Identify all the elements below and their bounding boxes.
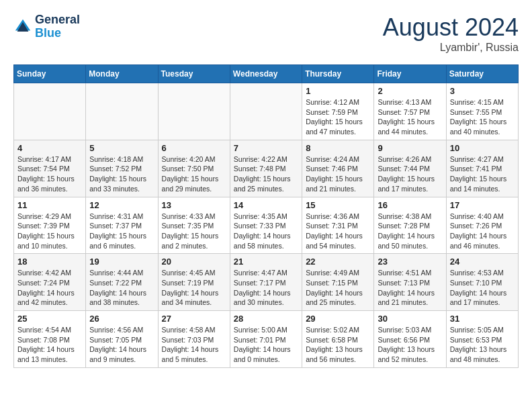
calendar-cell: 9Sunrise: 4:26 AM Sunset: 7:44 PM Daylig… (374, 140, 446, 197)
calendar-week-3: 11Sunrise: 4:29 AM Sunset: 7:39 PM Dayli… (14, 197, 519, 254)
day-content: Sunrise: 4:20 AM Sunset: 7:50 PM Dayligh… (162, 154, 226, 194)
day-content: Sunrise: 4:45 AM Sunset: 7:19 PM Dayligh… (162, 268, 226, 308)
calendar-cell: 24Sunrise: 4:53 AM Sunset: 7:10 PM Dayli… (446, 254, 518, 311)
calendar-cell: 21Sunrise: 4:47 AM Sunset: 7:17 PM Dayli… (230, 254, 302, 311)
day-number: 5 (89, 143, 154, 153)
day-number: 16 (378, 200, 442, 210)
logo: GeneralBlue (13, 13, 80, 40)
day-number: 15 (306, 200, 370, 210)
day-content: Sunrise: 4:24 AM Sunset: 7:46 PM Dayligh… (306, 154, 370, 194)
day-content: Sunrise: 4:42 AM Sunset: 7:24 PM Dayligh… (17, 268, 82, 308)
calendar-header: SundayMondayTuesdayWednesdayThursdayFrid… (14, 65, 519, 83)
calendar-week-1: 1Sunrise: 4:12 AM Sunset: 7:59 PM Daylig… (14, 83, 519, 140)
day-content: Sunrise: 4:26 AM Sunset: 7:44 PM Dayligh… (378, 154, 442, 194)
day-content: Sunrise: 4:36 AM Sunset: 7:31 PM Dayligh… (306, 212, 370, 251)
calendar-cell: 6Sunrise: 4:20 AM Sunset: 7:50 PM Daylig… (158, 140, 230, 197)
calendar-cell: 7Sunrise: 4:22 AM Sunset: 7:48 PM Daylig… (230, 140, 302, 197)
day-content: Sunrise: 5:05 AM Sunset: 6:53 PM Dayligh… (450, 325, 515, 365)
calendar-cell (230, 83, 302, 140)
weekday-header-monday: Monday (86, 65, 158, 83)
day-content: Sunrise: 4:27 AM Sunset: 7:41 PM Dayligh… (450, 154, 515, 194)
calendar-cell: 29Sunrise: 5:02 AM Sunset: 6:58 PM Dayli… (302, 311, 374, 368)
calendar-week-5: 25Sunrise: 4:54 AM Sunset: 7:08 PM Dayli… (14, 311, 519, 368)
calendar-table: SundayMondayTuesdayWednesdayThursdayFrid… (13, 64, 519, 368)
calendar-cell: 10Sunrise: 4:27 AM Sunset: 7:41 PM Dayli… (446, 140, 518, 197)
day-content: Sunrise: 4:49 AM Sunset: 7:15 PM Dayligh… (306, 268, 370, 308)
day-content: Sunrise: 4:38 AM Sunset: 7:28 PM Dayligh… (378, 212, 442, 251)
calendar-cell: 22Sunrise: 4:49 AM Sunset: 7:15 PM Dayli… (302, 254, 374, 311)
calendar-cell: 19Sunrise: 4:44 AM Sunset: 7:22 PM Dayli… (86, 254, 158, 311)
weekday-row: SundayMondayTuesdayWednesdayThursdayFrid… (14, 65, 519, 83)
calendar-cell: 20Sunrise: 4:45 AM Sunset: 7:19 PM Dayli… (158, 254, 230, 311)
calendar-cell: 13Sunrise: 4:33 AM Sunset: 7:35 PM Dayli… (158, 197, 230, 254)
day-number: 10 (450, 143, 515, 153)
calendar-cell: 30Sunrise: 5:03 AM Sunset: 6:56 PM Dayli… (374, 311, 446, 368)
day-content: Sunrise: 4:56 AM Sunset: 7:05 PM Dayligh… (89, 325, 154, 365)
day-number: 17 (450, 200, 515, 210)
day-content: Sunrise: 4:33 AM Sunset: 7:35 PM Dayligh… (162, 212, 226, 251)
calendar-cell: 28Sunrise: 5:00 AM Sunset: 7:01 PM Dayli… (230, 311, 302, 368)
calendar-cell: 27Sunrise: 4:58 AM Sunset: 7:03 PM Dayli… (158, 311, 230, 368)
day-content: Sunrise: 4:13 AM Sunset: 7:57 PM Dayligh… (378, 97, 442, 137)
weekday-header-tuesday: Tuesday (158, 65, 230, 83)
day-content: Sunrise: 4:15 AM Sunset: 7:55 PM Dayligh… (450, 97, 515, 137)
day-number: 22 (306, 257, 370, 267)
day-number: 11 (17, 200, 82, 210)
calendar-cell: 25Sunrise: 4:54 AM Sunset: 7:08 PM Dayli… (14, 311, 86, 368)
weekday-header-saturday: Saturday (446, 65, 518, 83)
logo-icon (13, 17, 32, 36)
calendar-cell (158, 83, 230, 140)
day-content: Sunrise: 5:02 AM Sunset: 6:58 PM Dayligh… (306, 325, 370, 365)
day-content: Sunrise: 4:58 AM Sunset: 7:03 PM Dayligh… (162, 325, 226, 365)
day-content: Sunrise: 4:35 AM Sunset: 7:33 PM Dayligh… (234, 212, 298, 251)
weekday-header-sunday: Sunday (14, 65, 86, 83)
day-content: Sunrise: 4:40 AM Sunset: 7:26 PM Dayligh… (450, 212, 515, 251)
calendar-cell: 16Sunrise: 4:38 AM Sunset: 7:28 PM Dayli… (374, 197, 446, 254)
day-content: Sunrise: 4:47 AM Sunset: 7:17 PM Dayligh… (234, 268, 298, 308)
day-content: Sunrise: 5:03 AM Sunset: 6:56 PM Dayligh… (378, 325, 442, 365)
day-content: Sunrise: 4:29 AM Sunset: 7:39 PM Dayligh… (17, 212, 82, 251)
calendar-body: 1Sunrise: 4:12 AM Sunset: 7:59 PM Daylig… (14, 83, 519, 368)
calendar-cell: 31Sunrise: 5:05 AM Sunset: 6:53 PM Dayli… (446, 311, 518, 368)
day-number: 23 (378, 257, 442, 267)
day-number: 14 (234, 200, 298, 210)
calendar-cell: 4Sunrise: 4:17 AM Sunset: 7:54 PM Daylig… (14, 140, 86, 197)
calendar-cell: 18Sunrise: 4:42 AM Sunset: 7:24 PM Dayli… (14, 254, 86, 311)
day-number: 13 (162, 200, 226, 210)
day-number: 26 (89, 314, 154, 324)
logo-blue: Blue (35, 26, 61, 40)
day-number: 20 (162, 257, 226, 267)
day-content: Sunrise: 4:22 AM Sunset: 7:48 PM Dayligh… (234, 154, 298, 194)
day-number: 12 (89, 200, 154, 210)
logo-text: GeneralBlue (35, 13, 80, 40)
day-number: 4 (17, 143, 82, 153)
day-number: 7 (234, 143, 298, 153)
calendar-cell: 15Sunrise: 4:36 AM Sunset: 7:31 PM Dayli… (302, 197, 374, 254)
day-number: 8 (306, 143, 370, 153)
day-number: 24 (450, 257, 515, 267)
page-header: GeneralBlue August 2024 Lyambir', Russia (13, 13, 519, 54)
calendar-cell: 17Sunrise: 4:40 AM Sunset: 7:26 PM Dayli… (446, 197, 518, 254)
day-number: 31 (450, 314, 515, 324)
day-number: 19 (89, 257, 154, 267)
day-number: 9 (378, 143, 442, 153)
day-number: 6 (162, 143, 226, 153)
calendar-cell (86, 83, 158, 140)
calendar-cell: 5Sunrise: 4:18 AM Sunset: 7:52 PM Daylig… (86, 140, 158, 197)
day-content: Sunrise: 4:44 AM Sunset: 7:22 PM Dayligh… (89, 268, 154, 308)
day-number: 27 (162, 314, 226, 324)
day-number: 1 (306, 86, 370, 96)
weekday-header-wednesday: Wednesday (230, 65, 302, 83)
calendar-cell: 12Sunrise: 4:31 AM Sunset: 7:37 PM Dayli… (86, 197, 158, 254)
weekday-header-thursday: Thursday (302, 65, 374, 83)
day-number: 2 (378, 86, 442, 96)
day-content: Sunrise: 4:12 AM Sunset: 7:59 PM Dayligh… (306, 97, 370, 137)
calendar-cell: 14Sunrise: 4:35 AM Sunset: 7:33 PM Dayli… (230, 197, 302, 254)
calendar-week-4: 18Sunrise: 4:42 AM Sunset: 7:24 PM Dayli… (14, 254, 519, 311)
calendar-cell: 1Sunrise: 4:12 AM Sunset: 7:59 PM Daylig… (302, 83, 374, 140)
calendar-cell (14, 83, 86, 140)
location: Lyambir', Russia (383, 42, 519, 54)
day-number: 18 (17, 257, 82, 267)
title-block: August 2024 Lyambir', Russia (383, 13, 519, 54)
month-title: August 2024 (383, 13, 519, 42)
